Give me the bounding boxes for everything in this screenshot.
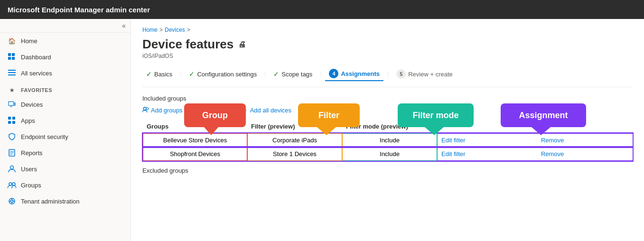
- table-header-row: Groups Filter (preview) Filter mode (pre…: [143, 120, 633, 133]
- step-basics-label: Basics: [154, 71, 172, 78]
- reports-icon: [8, 148, 16, 157]
- sidebar-item-apps[interactable]: Apps: [0, 112, 131, 129]
- step-config[interactable]: ✓ Configuration settings: [185, 68, 261, 80]
- edit-filter-link-2[interactable]: Edit filter: [441, 150, 466, 158]
- step-review-label: Review + create: [408, 71, 453, 78]
- collapse-button[interactable]: «: [122, 22, 126, 29]
- all-services-icon: [8, 69, 16, 77]
- sidebar-item-tenant-admin[interactable]: Tenant administration: [0, 193, 131, 209]
- table-row: Bellevue Store Devices Corporate iPads I…: [143, 133, 633, 147]
- breadcrumb-sep2: >: [187, 27, 190, 33]
- svg-rect-12: [8, 121, 11, 124]
- sidebar-collapse: «: [0, 19, 131, 33]
- step-basics[interactable]: ✓ Basics: [142, 68, 176, 80]
- groups-icon: [8, 181, 16, 189]
- favorites-header: ★ FAVORITES: [0, 81, 131, 96]
- svg-rect-8: [14, 103, 15, 106]
- col-edit: [437, 120, 537, 133]
- add-users-link[interactable]: Add all users: [190, 107, 234, 114]
- step-assignments-label: Assignments: [341, 70, 380, 77]
- users-icon: [8, 165, 16, 173]
- sidebar-item-devices[interactable]: Devices: [0, 96, 131, 112]
- dashboard-icon: [8, 53, 16, 61]
- print-icon[interactable]: 🖨: [238, 40, 246, 49]
- svg-point-20: [12, 183, 15, 185]
- step-assignments[interactable]: 4 Assignments: [325, 67, 383, 81]
- col-remove: [537, 120, 633, 133]
- add-devices-link[interactable]: ＋ Add all devices: [242, 106, 291, 114]
- breadcrumb-devices[interactable]: Devices: [165, 27, 185, 33]
- wizard-steps: ✓ Basics | ✓ Configuration settings | ✓ …: [142, 67, 633, 87]
- svg-rect-2: [8, 57, 11, 60]
- main-content: Home > Devices > Device features 🖨 iOS/i…: [131, 19, 644, 241]
- edit-filter-cell-1: Edit filter: [437, 133, 537, 147]
- sidebar-label-endpoint-security: Endpoint security: [21, 133, 68, 140]
- filter-cell-2: Store 1 Devices: [247, 147, 342, 161]
- add-groups-label: Add groups: [151, 107, 183, 114]
- col-filter-mode: Filter mode (preview): [342, 120, 437, 133]
- svg-rect-11: [12, 117, 15, 120]
- step-review[interactable]: 5 Review + create: [392, 67, 457, 81]
- svg-rect-5: [8, 72, 16, 73]
- sidebar-label-tenant-admin: Tenant administration: [21, 198, 80, 205]
- config-check: ✓: [189, 70, 195, 78]
- table-row: Shopfront Devices Store 1 Devices Includ…: [143, 147, 633, 161]
- remove-link-2[interactable]: Remove: [541, 150, 564, 158]
- svg-point-29: [192, 107, 195, 110]
- page-title: Device features 🖨: [142, 37, 633, 52]
- add-groups-link[interactable]: Add groups: [142, 107, 183, 114]
- svg-rect-3: [12, 57, 15, 60]
- assignment-table-container: Groups Filter (preview) Filter mode (pre…: [142, 120, 633, 161]
- sidebar-label-reports: Reports: [21, 149, 43, 157]
- edit-filter-cell-2: Edit filter: [437, 147, 537, 161]
- sidebar-item-groups[interactable]: Groups: [0, 177, 131, 193]
- remove-cell-1: Remove: [537, 133, 633, 147]
- svg-rect-6: [8, 74, 16, 75]
- filter-mode-cell-1: Include: [342, 133, 437, 147]
- svg-rect-0: [8, 53, 11, 56]
- sidebar-item-home[interactable]: 🏠 Home: [0, 33, 131, 49]
- excluded-groups-label: Excluded groups: [142, 167, 633, 174]
- svg-point-18: [10, 166, 14, 169]
- edit-filter-link-1[interactable]: Edit filter: [441, 137, 466, 144]
- step-scope[interactable]: ✓ Scope tags: [270, 68, 316, 80]
- sidebar-label-home: Home: [21, 37, 37, 45]
- home-icon: 🏠: [8, 37, 16, 45]
- divider1: |: [180, 71, 181, 77]
- sidebar-item-dashboard[interactable]: Dashboard: [0, 49, 131, 65]
- top-bar: Microsoft Endpoint Manager admin center: [0, 0, 644, 19]
- page-subtitle: iOS/iPadOS: [142, 53, 633, 59]
- sidebar-label-groups: Groups: [21, 182, 41, 189]
- breadcrumb-sep1: >: [159, 27, 163, 33]
- assignments-badge: 4: [329, 69, 338, 78]
- sidebar-item-users[interactable]: Users: [0, 161, 131, 177]
- basics-check: ✓: [146, 70, 152, 78]
- svg-point-22: [11, 200, 13, 203]
- svg-rect-7: [9, 102, 14, 105]
- add-users-label: Add all users: [199, 107, 234, 114]
- filter-cell-1: Corporate iPads: [247, 133, 342, 147]
- filter-mode-cell-2: Include: [342, 147, 437, 161]
- group-cell-2: Shopfront Devices: [143, 147, 247, 161]
- breadcrumb-home[interactable]: Home: [142, 27, 158, 33]
- remove-cell-2: Remove: [537, 147, 633, 161]
- included-groups-label: Included groups: [142, 95, 633, 102]
- scope-check: ✓: [273, 70, 279, 78]
- sidebar-item-endpoint-security[interactable]: Endpoint security: [0, 129, 131, 145]
- svg-point-19: [9, 183, 12, 185]
- sidebar-item-reports[interactable]: Reports: [0, 145, 131, 161]
- remove-link-1[interactable]: Remove: [541, 137, 564, 144]
- sidebar-item-all-services[interactable]: All services: [0, 65, 131, 81]
- sidebar-label-apps: Apps: [21, 117, 35, 124]
- add-devices-label: Add all devices: [250, 107, 291, 114]
- step-config-label: Configuration settings: [197, 71, 257, 78]
- group-cell-1: Bellevue Store Devices: [143, 133, 247, 147]
- action-row: Add groups Add all users ＋ Add all devic…: [142, 106, 633, 114]
- app-title: Microsoft Endpoint Manager admin center: [8, 6, 150, 14]
- divider4: |: [387, 71, 389, 77]
- divider2: |: [264, 71, 266, 77]
- divider3: |: [320, 71, 321, 77]
- svg-rect-13: [12, 121, 15, 124]
- favorites-label: FAVORITES: [21, 87, 52, 93]
- breadcrumb: Home > Devices >: [142, 27, 633, 33]
